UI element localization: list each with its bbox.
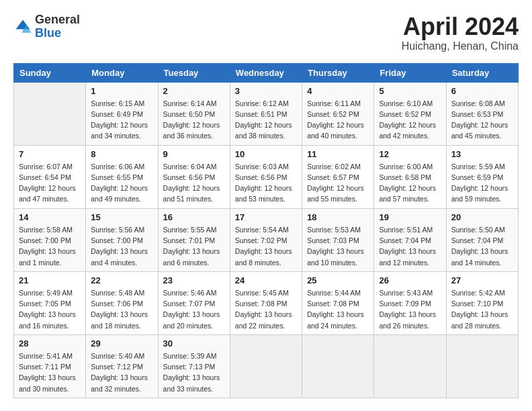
day-cell: 29Sunrise: 5:40 AM Sunset: 7:12 PM Dayli… [86,334,158,398]
day-cell: 17Sunrise: 5:54 AM Sunset: 7:02 PM Dayli… [230,208,302,271]
day-cell: 15Sunrise: 5:56 AM Sunset: 7:00 PM Dayli… [86,208,158,271]
week-row-3: 14Sunrise: 5:58 AM Sunset: 7:00 PM Dayli… [14,208,519,271]
day-number: 6 [451,86,513,96]
day-cell: 16Sunrise: 5:55 AM Sunset: 7:01 PM Dayli… [158,208,230,271]
day-info: Sunrise: 6:12 AM Sunset: 6:51 PM Dayligh… [235,98,297,142]
day-number: 29 [91,338,152,349]
day-number: 28 [19,338,81,349]
day-cell: 19Sunrise: 5:51 AM Sunset: 7:04 PM Dayli… [374,208,446,271]
day-number: 11 [307,149,369,159]
day-info: Sunrise: 5:46 AM Sunset: 7:07 PM Dayligh… [163,287,225,331]
week-row-1: 1Sunrise: 6:15 AM Sunset: 6:49 PM Daylig… [14,82,519,145]
day-number: 2 [163,86,225,96]
day-info: Sunrise: 6:04 AM Sunset: 6:56 PM Dayligh… [163,161,225,205]
day-info: Sunrise: 6:15 AM Sunset: 6:49 PM Dayligh… [91,98,152,142]
day-cell: 22Sunrise: 5:48 AM Sunset: 7:06 PM Dayli… [86,271,158,334]
day-cell: 6Sunrise: 6:08 AM Sunset: 6:53 PM Daylig… [446,82,518,145]
day-cell: 25Sunrise: 5:44 AM Sunset: 7:08 PM Dayli… [302,271,374,334]
day-number: 17 [235,212,297,222]
day-info: Sunrise: 5:42 AM Sunset: 7:10 PM Dayligh… [451,287,513,331]
day-header-sunday: Sunday [14,63,86,82]
day-cell: 4Sunrise: 6:11 AM Sunset: 6:52 PM Daylig… [302,82,374,145]
day-info: Sunrise: 6:02 AM Sunset: 6:57 PM Dayligh… [307,161,369,205]
day-info: Sunrise: 6:00 AM Sunset: 6:58 PM Dayligh… [379,161,441,205]
logo-general-text: General [35,13,80,27]
day-info: Sunrise: 5:51 AM Sunset: 7:04 PM Dayligh… [379,224,441,268]
day-cell: 27Sunrise: 5:42 AM Sunset: 7:10 PM Dayli… [446,271,518,334]
day-cell: 3Sunrise: 6:12 AM Sunset: 6:51 PM Daylig… [230,82,302,145]
day-info: Sunrise: 5:40 AM Sunset: 7:12 PM Dayligh… [91,351,152,394]
day-cell: 1Sunrise: 6:15 AM Sunset: 6:49 PM Daylig… [86,82,158,145]
day-number: 20 [451,212,513,222]
day-number: 16 [163,212,225,222]
day-info: Sunrise: 6:06 AM Sunset: 6:55 PM Dayligh… [91,161,152,205]
day-cell: 11Sunrise: 6:02 AM Sunset: 6:57 PM Dayli… [302,145,374,208]
day-header-friday: Friday [374,63,446,82]
day-info: Sunrise: 5:39 AM Sunset: 7:13 PM Dayligh… [163,351,225,394]
day-number: 18 [307,212,369,222]
day-cell [374,334,446,398]
logo: General Blue [13,13,80,40]
day-header-saturday: Saturday [446,63,518,82]
day-cell: 5Sunrise: 6:10 AM Sunset: 6:52 PM Daylig… [374,82,446,145]
day-cell: 23Sunrise: 5:46 AM Sunset: 7:07 PM Dayli… [158,271,230,334]
day-number: 23 [163,275,225,285]
day-info: Sunrise: 5:58 AM Sunset: 7:00 PM Dayligh… [19,224,81,268]
day-number: 19 [379,212,441,222]
day-cell: 8Sunrise: 6:06 AM Sunset: 6:55 PM Daylig… [86,145,158,208]
day-info: Sunrise: 5:49 AM Sunset: 7:05 PM Dayligh… [19,287,81,331]
day-info: Sunrise: 6:07 AM Sunset: 6:54 PM Dayligh… [19,161,81,205]
day-info: Sunrise: 5:53 AM Sunset: 7:03 PM Dayligh… [307,224,369,268]
day-info: Sunrise: 6:14 AM Sunset: 6:50 PM Dayligh… [163,98,225,142]
day-cell: 9Sunrise: 6:04 AM Sunset: 6:56 PM Daylig… [158,145,230,208]
day-number: 24 [235,275,297,285]
logo-icon [13,17,32,36]
day-number: 7 [19,149,81,159]
day-cell: 13Sunrise: 5:59 AM Sunset: 6:59 PM Dayli… [446,145,518,208]
location-subtitle: Huichang, Henan, China [402,40,519,52]
day-cell: 2Sunrise: 6:14 AM Sunset: 6:50 PM Daylig… [158,82,230,145]
day-cell [14,82,86,145]
day-cell: 28Sunrise: 5:41 AM Sunset: 7:11 PM Dayli… [14,334,86,398]
day-info: Sunrise: 5:45 AM Sunset: 7:08 PM Dayligh… [235,287,297,331]
day-number: 26 [379,275,441,285]
day-header-thursday: Thursday [302,63,374,82]
day-number: 25 [307,275,369,285]
day-number: 12 [379,149,441,159]
day-number: 13 [451,149,513,159]
week-row-5: 28Sunrise: 5:41 AM Sunset: 7:11 PM Dayli… [14,334,519,398]
day-number: 14 [19,212,81,222]
day-number: 27 [451,275,513,285]
day-cell: 14Sunrise: 5:58 AM Sunset: 7:00 PM Dayli… [14,208,86,271]
day-cell: 26Sunrise: 5:43 AM Sunset: 7:09 PM Dayli… [374,271,446,334]
day-number: 3 [235,86,297,96]
day-cell: 20Sunrise: 5:50 AM Sunset: 7:04 PM Dayli… [446,208,518,271]
header-row: SundayMondayTuesdayWednesdayThursdayFrid… [14,63,519,82]
day-cell [230,334,302,398]
day-number: 9 [163,149,225,159]
week-row-2: 7Sunrise: 6:07 AM Sunset: 6:54 PM Daylig… [14,145,519,208]
logo-blue-text: Blue [35,27,80,40]
day-info: Sunrise: 6:11 AM Sunset: 6:52 PM Dayligh… [307,98,369,142]
day-cell: 12Sunrise: 6:00 AM Sunset: 6:58 PM Dayli… [374,145,446,208]
day-header-wednesday: Wednesday [230,63,302,82]
day-info: Sunrise: 6:10 AM Sunset: 6:52 PM Dayligh… [379,98,441,142]
day-number: 5 [379,86,441,96]
day-number: 30 [163,338,225,349]
day-info: Sunrise: 5:55 AM Sunset: 7:01 PM Dayligh… [163,224,225,268]
day-info: Sunrise: 6:08 AM Sunset: 6:53 PM Dayligh… [451,98,513,142]
day-info: Sunrise: 5:44 AM Sunset: 7:08 PM Dayligh… [307,287,369,331]
day-cell: 7Sunrise: 6:07 AM Sunset: 6:54 PM Daylig… [14,145,86,208]
day-number: 8 [91,149,152,159]
day-cell: 10Sunrise: 6:03 AM Sunset: 6:56 PM Dayli… [230,145,302,208]
day-info: Sunrise: 5:41 AM Sunset: 7:11 PM Dayligh… [19,351,81,394]
day-number: 21 [19,275,81,285]
day-info: Sunrise: 6:03 AM Sunset: 6:56 PM Dayligh… [235,161,297,205]
day-cell: 30Sunrise: 5:39 AM Sunset: 7:13 PM Dayli… [158,334,230,398]
day-cell [446,334,518,398]
day-info: Sunrise: 5:56 AM Sunset: 7:00 PM Dayligh… [91,224,152,268]
page-header: General Blue April 2024 Huichang, Henan,… [13,13,519,52]
title-block: April 2024 Huichang, Henan, China [402,13,519,52]
day-info: Sunrise: 5:50 AM Sunset: 7:04 PM Dayligh… [451,224,513,268]
logo-text: General Blue [35,13,80,40]
